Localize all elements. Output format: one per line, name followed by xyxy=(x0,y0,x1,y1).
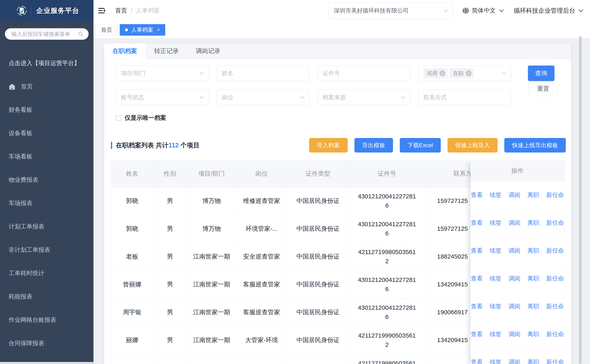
transfer-link[interactable]: 调岗 xyxy=(509,191,521,199)
account-status-select[interactable]: 账号状态 xyxy=(116,90,208,105)
tab-active-records[interactable]: 在职档案 xyxy=(104,43,146,59)
cert-number-input[interactable] xyxy=(323,70,406,77)
new-appointment-link[interactable]: 新任命 xyxy=(546,302,564,311)
topbar: 首页 / 人事档案 深圳市美好循环科技有限公司 简体中文 xyxy=(94,0,590,21)
view-link[interactable]: 查看 xyxy=(471,302,483,311)
query-button[interactable]: 查询 xyxy=(528,65,555,81)
col-cert-type: 证件类型 xyxy=(287,161,349,187)
new-appointment-link[interactable]: 新任命 xyxy=(546,219,564,227)
logo-bar: 企业服务平台 xyxy=(0,0,94,21)
renew-link[interactable]: 续签 xyxy=(490,358,502,364)
sidebar-bottom-scrollbar[interactable] xyxy=(0,362,94,364)
view-link[interactable]: 查看 xyxy=(471,358,483,364)
sidebar-item-project-platform-banner[interactable]: 点击进入【项目运营平台】 xyxy=(0,52,94,75)
sidebar-item[interactable]: 工单耗时统计 xyxy=(0,262,94,285)
tab-regularization-records[interactable]: 转正记录 xyxy=(146,43,187,59)
sidebar-item[interactable]: 作业网格台账报表 xyxy=(0,308,94,332)
renew-link[interactable]: 续签 xyxy=(490,330,502,338)
sidebar-item[interactable]: 合同保障报表 xyxy=(0,332,94,355)
cell-cert-no: 421127199805035612 xyxy=(349,243,425,270)
renew-link[interactable]: 续签 xyxy=(490,219,502,227)
breadcrumb-home[interactable]: 首页 xyxy=(115,6,127,15)
toolbar-button[interactable]: 快速上线导出模板 xyxy=(504,138,566,153)
resign-link[interactable]: 离职 xyxy=(528,274,539,283)
employment-status-select[interactable]: 试用 × 在职 × xyxy=(418,65,511,81)
sidebar-item[interactable]: 设备看板 xyxy=(0,122,94,145)
resign-link[interactable]: 离职 xyxy=(528,219,539,227)
page-tab-home[interactable]: 首页 xyxy=(95,24,118,36)
resign-link[interactable]: 离职 xyxy=(528,330,539,338)
transfer-link[interactable]: 调岗 xyxy=(509,358,521,364)
toolbar-button[interactable]: 导出模板 xyxy=(355,138,393,153)
app-root: 企业服务平台 点击进入【项目运营平台】 首页 财务看板 xyxy=(0,0,590,364)
view-link[interactable]: 查看 xyxy=(471,191,483,199)
sidebar-item[interactable]: 财务看板 xyxy=(0,98,94,122)
sidebar-search-input[interactable] xyxy=(12,31,78,37)
transfer-link[interactable]: 调岗 xyxy=(509,247,521,255)
new-appointment-link[interactable]: 新任命 xyxy=(546,247,564,255)
filter-panel: 项目/部门 试用 × 在职 xyxy=(104,59,571,122)
sidebar-item[interactable]: 车场看板 xyxy=(0,145,94,168)
sidebar-item[interactable]: 计划工单报表 xyxy=(0,215,94,238)
sidebar-item[interactable]: 非计划工单报表 xyxy=(0,238,94,262)
language-select[interactable]: 简体中文 xyxy=(462,6,504,15)
sidebar: 企业服务平台 点击进入【项目运营平台】 首页 财务看板 xyxy=(0,0,94,364)
chevron-down-icon xyxy=(401,95,406,100)
new-appointment-link[interactable]: 新任命 xyxy=(546,330,564,338)
operation-rows: 查看 续签 调岗 离职 新任命 查看 续签 调岗 离职 xyxy=(470,181,564,364)
reset-button[interactable]: 重置 xyxy=(529,81,558,96)
filter-row-2: 账号状态 岗位 档案来源 xyxy=(116,90,571,105)
resign-link[interactable]: 离职 xyxy=(528,191,539,199)
tab-transfer-records[interactable]: 调岗记录 xyxy=(187,43,229,59)
sidebar-item[interactable]: 物业费报表 xyxy=(0,168,94,192)
cell-name: 老板 xyxy=(111,243,153,270)
remove-tag-icon[interactable]: × xyxy=(466,71,471,76)
menu-fold-icon[interactable] xyxy=(97,6,106,15)
resign-link[interactable]: 离职 xyxy=(528,358,539,364)
cell-cert-no: 430121200412272816 xyxy=(349,298,425,326)
resign-link[interactable]: 离职 xyxy=(528,302,539,311)
contact-input[interactable] xyxy=(423,94,507,101)
company-select[interactable]: 深圳市美好循环科技有限公司 xyxy=(329,2,453,19)
cell-position: 客服巡查管家 xyxy=(237,270,287,298)
sidebar-item-home[interactable]: 首页 xyxy=(0,75,94,98)
archive-source-select[interactable]: 档案来源 xyxy=(318,90,410,105)
toolbar-button[interactable]: 导入档案 xyxy=(309,138,348,153)
sidebar-item[interactable]: 耗能报表 xyxy=(0,285,94,308)
renew-link[interactable]: 续签 xyxy=(490,274,502,283)
view-link[interactable]: 查看 xyxy=(471,247,483,255)
position-select[interactable]: 岗位 xyxy=(217,90,309,105)
new-appointment-link[interactable]: 新任命 xyxy=(546,191,564,199)
page-tab-current[interactable]: 人事档案 × xyxy=(120,24,165,36)
page-scrollbar-thumb[interactable] xyxy=(579,36,582,364)
project-department-select[interactable]: 项目/部门 xyxy=(116,65,208,81)
cell-gender: 男 xyxy=(153,243,187,270)
close-icon[interactable]: × xyxy=(157,27,160,33)
remove-tag-icon[interactable]: × xyxy=(440,71,445,76)
app-logo-icon xyxy=(17,6,27,16)
admin-account-menu[interactable]: 循环科技企业管理后台 xyxy=(514,6,584,15)
list-title: 在职档案列表 共计112 个项目 xyxy=(116,141,200,150)
view-link[interactable]: 查看 xyxy=(471,219,483,227)
new-appointment-link[interactable]: 新任命 xyxy=(546,274,564,283)
renew-link[interactable]: 续签 xyxy=(490,247,502,255)
cell-gender: 男 xyxy=(153,326,187,354)
view-link[interactable]: 查看 xyxy=(471,274,483,283)
toolbar-button[interactable]: 快速上线导入 xyxy=(448,138,497,153)
content-area: 在职档案 转正记录 调岗记录 项目/部门 xyxy=(94,39,590,364)
unique-archive-checkbox[interactable] xyxy=(116,115,121,121)
view-link[interactable]: 查看 xyxy=(471,330,483,338)
transfer-link[interactable]: 调岗 xyxy=(509,330,521,338)
new-appointment-link[interactable]: 新任命 xyxy=(546,358,564,364)
transfer-link[interactable]: 调岗 xyxy=(509,219,521,227)
renew-link[interactable]: 续签 xyxy=(490,302,502,311)
project-department-placeholder: 项目/部门 xyxy=(121,69,196,77)
renew-link[interactable]: 续签 xyxy=(490,191,502,199)
transfer-link[interactable]: 调岗 xyxy=(509,274,521,283)
resign-link[interactable]: 离职 xyxy=(528,247,539,255)
toolbar-button[interactable]: 下载Excel xyxy=(400,138,441,153)
breadcrumb-current: 人事档案 xyxy=(136,6,160,15)
name-input[interactable] xyxy=(222,70,305,77)
sidebar-item[interactable]: 车场报表 xyxy=(0,192,94,215)
transfer-link[interactable]: 调岗 xyxy=(509,302,521,311)
